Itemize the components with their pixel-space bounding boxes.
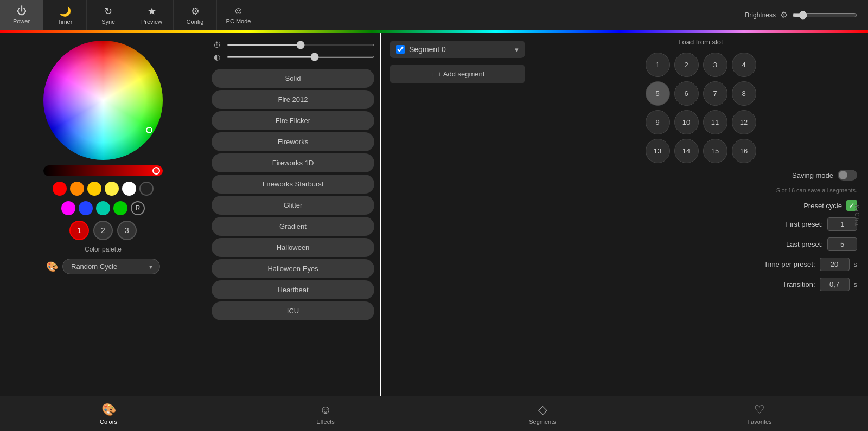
swatch-magenta[interactable] — [61, 201, 75, 215]
slot-6[interactable]: 6 — [674, 81, 699, 106]
color-palette-label: Color palette — [85, 246, 122, 253]
effect-halloween[interactable]: Halloween — [212, 238, 374, 257]
first-preset-label: First preset: — [786, 220, 823, 228]
effect-fireflicker[interactable]: Fire Flicker — [212, 111, 374, 130]
color-num-2[interactable]: 2 — [93, 221, 113, 240]
slot-4[interactable]: 4 — [732, 53, 756, 77]
swatch-black[interactable] — [139, 182, 154, 196]
transition-input[interactable] — [820, 278, 850, 291]
swatch-orange[interactable] — [70, 182, 84, 196]
bottom-favorites-label: Favorites — [747, 419, 771, 425]
middle-panel: ⏱ ◐ Solid Fire 2012 Fire Flicker Firewor… — [206, 33, 380, 396]
add-segment-button[interactable]: + + Add segment — [390, 65, 525, 83]
effect-fireworks[interactable]: Fireworks — [212, 132, 374, 151]
bottom-nav-segments[interactable]: ◇ Segments — [434, 396, 651, 431]
speed-slider[interactable] — [227, 44, 374, 46]
effect-icu[interactable]: ICU — [212, 301, 374, 320]
slot-1[interactable]: 1 — [646, 53, 670, 77]
slot-8[interactable]: 8 — [732, 81, 756, 106]
nav-config[interactable]: ⚙ Config — [174, 0, 217, 30]
bottom-nav-colors[interactable]: 🎨 Colors — [0, 396, 217, 431]
effect-solid[interactable]: Solid — [212, 69, 374, 88]
time-unit-label: s — [854, 260, 858, 268]
brightness-slider[interactable] — [792, 11, 857, 20]
effect-heartbeat[interactable]: Heartbeat — [212, 280, 374, 299]
effect-fireworks1d[interactable]: Fireworks 1D — [212, 153, 374, 172]
nav-preview[interactable]: ★ Preview — [130, 0, 174, 30]
slider-row-speed: ⏱ — [212, 41, 374, 49]
slot-16[interactable]: 16 — [732, 139, 756, 163]
bottom-colors-label: Colors — [100, 419, 117, 425]
speed-icon: ⏱ — [212, 41, 222, 49]
transition-unit-label: s — [854, 280, 858, 288]
last-preset-label: Last preset: — [786, 240, 823, 248]
color-swatches-row1 — [53, 182, 154, 196]
color-picker-dot — [146, 127, 152, 133]
red-slider[interactable] — [43, 165, 163, 176]
brightness-icon: ⚙ — [780, 10, 788, 20]
intensity-slider[interactable] — [227, 56, 374, 58]
segments-icon: ◇ — [538, 403, 547, 417]
palette-dropdown-area: 🎨 Random Cycle Solid Color Gradient Cust… — [46, 259, 160, 274]
time-per-preset-row: Time per preset: s — [544, 258, 857, 271]
time-per-preset-input[interactable] — [820, 258, 850, 271]
slot-5[interactable]: 5 — [646, 81, 670, 106]
sync-icon: ↻ — [104, 5, 112, 17]
color-wheel-container[interactable] — [43, 41, 163, 160]
swatch-blue[interactable] — [79, 201, 93, 215]
slot-7[interactable]: 7 — [703, 81, 727, 106]
color-num-1[interactable]: 1 — [69, 221, 89, 240]
slot-15[interactable]: 15 — [703, 139, 727, 163]
effect-fire2012[interactable]: Fire 2012 — [212, 90, 374, 109]
swatch-yellow[interactable] — [87, 182, 101, 196]
swatch-white[interactable] — [122, 182, 136, 196]
slot-9[interactable]: 9 — [646, 110, 670, 134]
bottom-nav-favorites[interactable]: ♡ Favorites — [651, 396, 868, 431]
nav-pcmode[interactable]: ☺ PC Mode — [217, 0, 260, 30]
segment-name: Segment 0 — [409, 45, 510, 54]
swatch-red[interactable] — [53, 182, 67, 196]
slot-16-note: Slot 16 can save all segments. — [544, 187, 857, 194]
color-nums: 1 2 3 — [69, 221, 137, 240]
segment-checkbox[interactable] — [396, 45, 405, 54]
effect-halloween-eyes[interactable]: Halloween Eyes — [212, 259, 374, 278]
nav-power[interactable]: ⏻ Power — [0, 0, 43, 30]
time-per-preset-label: Time per preset: — [764, 260, 815, 268]
nav-power-label: Power — [13, 18, 30, 24]
first-preset-input[interactable] — [827, 217, 857, 231]
last-preset-input[interactable] — [827, 237, 857, 251]
transition-row: Transition: s — [544, 278, 857, 291]
swatch-random[interactable]: R — [131, 201, 145, 215]
color-wheel[interactable] — [43, 41, 163, 160]
slot-2[interactable]: 2 — [674, 53, 699, 77]
swatch-green[interactable] — [113, 201, 127, 215]
preset-cycle-label: Preset cycle — [803, 202, 842, 210]
segment-dropdown[interactable]: Segment 0 ▾ — [390, 41, 525, 58]
slot-3[interactable]: 3 — [703, 53, 727, 77]
nav-sync[interactable]: ↻ Sync — [87, 0, 130, 30]
effect-gradient[interactable]: Gradient — [212, 217, 374, 236]
color-wheel-dark — [43, 41, 163, 160]
intensity-icon: ◐ — [212, 53, 222, 61]
swatch-lightyellow[interactable] — [105, 182, 119, 196]
effect-glitter[interactable]: Glitter — [212, 196, 374, 215]
bottom-nav-effects[interactable]: ☺ Effects — [217, 396, 434, 431]
slot-11[interactable]: 11 — [703, 110, 727, 134]
top-nav: ⏻ Power 🌙 Timer ↻ Sync ★ Preview ⚙ Confi… — [0, 0, 868, 30]
saving-mode-toggle[interactable] — [838, 170, 857, 181]
slot-10[interactable]: 10 — [674, 110, 699, 134]
effect-fireworks-starburst[interactable]: Fireworks Starburst — [212, 175, 374, 194]
bottom-effects-label: Effects — [316, 419, 334, 425]
brightness-area: Brightness ⚙ — [745, 10, 868, 20]
swatch-teal[interactable] — [96, 201, 110, 215]
slot-12[interactable]: 12 — [732, 110, 756, 134]
palette-select[interactable]: Random Cycle Solid Color Gradient Custom — [62, 259, 160, 274]
preset-cycle-row: Preset cycle ✓ — [544, 200, 857, 211]
slot-13[interactable]: 13 — [646, 139, 670, 163]
nav-pcmode-label: PC Mode — [226, 18, 251, 24]
color-num-3[interactable]: 3 — [117, 221, 137, 240]
slot-14[interactable]: 14 — [674, 139, 699, 163]
nav-timer[interactable]: 🌙 Timer — [43, 0, 87, 30]
last-preset-row: Last preset: — [544, 237, 857, 251]
config-icon: ⚙ — [191, 5, 200, 17]
